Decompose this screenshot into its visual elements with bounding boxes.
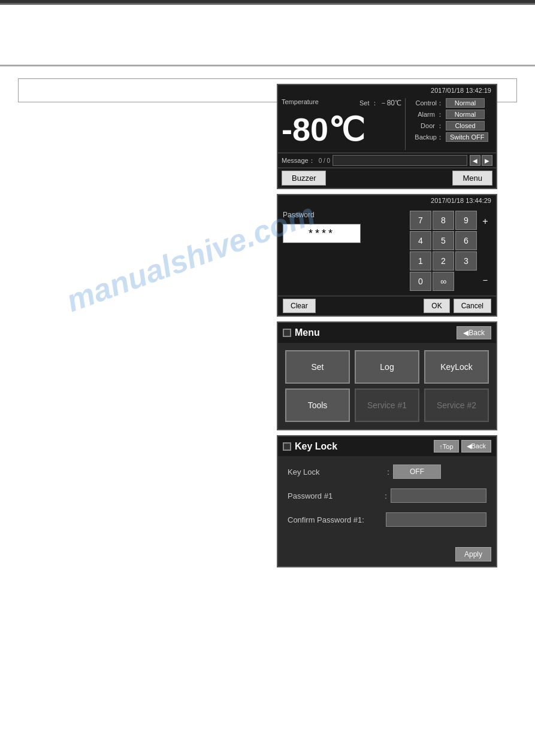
keylock-icon [283,442,291,451]
confirm-label: Confirm Password #1: [288,515,383,524]
set-button[interactable]: Set [285,350,350,384]
keylock-panel: Key Lock ↑Top ◀Back Key Lock : Password … [277,435,497,567]
keylock-bottom: Apply [278,545,496,566]
password-input[interactable] [283,224,361,243]
control-value: Normal [446,98,485,108]
clear-button[interactable]: Clear [283,299,316,313]
backup-value: Switch OFF [446,132,488,142]
temp-bottom-bar: Buzzer Menu [278,168,496,188]
num-inf-button[interactable]: ∞ [433,272,454,291]
menu-title-text: Menu [295,327,320,338]
num-9-button[interactable]: 9 [455,211,477,230]
message-prev-button[interactable]: ◀ [470,155,480,166]
backup-status-row: Backup： Switch OFF [410,132,492,142]
tools-button[interactable]: Tools [285,388,350,422]
message-row: Message： 0 / 0 ◀ ▶ [278,153,496,168]
alarm-value: Normal [446,110,485,119]
menu-grid: Set Log KeyLock Tools Service #1 Service… [278,343,496,429]
password-title: Password [283,211,405,219]
ok-button[interactable]: OK [424,299,449,313]
numpad: 7 8 9 4 5 6 1 2 3 0 ∞ [410,211,477,291]
log-button[interactable]: Log [355,350,419,384]
alarm-label: Alarm ： [410,110,443,119]
password1-input[interactable] [391,488,486,503]
keylock-nav: ↑Top ◀Back [434,440,491,453]
num-3-button[interactable]: 3 [455,251,477,271]
num-6-button[interactable]: 6 [455,231,477,250]
service2-button: Service #2 [424,388,489,422]
keylock-value-input[interactable] [393,464,441,479]
password1-colon: : [381,491,391,500]
menu-panel: Menu ◀Back Set Log KeyLock Tools Service… [277,321,497,430]
message-label: Message： [282,156,315,165]
second-border [0,65,535,66]
confirm-row: Confirm Password #1: [288,512,486,527]
menu-back-button[interactable]: ◀Back [457,326,491,339]
top-border [0,0,535,5]
minus-button[interactable]: － [479,271,491,290]
num-4-button[interactable]: 4 [410,231,431,250]
keylock-button[interactable]: KeyLock [424,350,489,384]
password-datetime: 2017/01/18 13:44:29 [278,195,496,206]
password-right: 7 8 9 4 5 6 1 2 3 0 ∞ + － [410,211,491,291]
menu-header: Menu ◀Back [278,323,496,343]
door-status-row: Door ： Closed [410,121,492,130]
confirm-input[interactable] [386,512,486,527]
header-area [0,5,535,41]
password-left: Password [283,211,405,291]
num-7-button[interactable]: 7 [410,211,431,230]
keylock-colon: : [383,467,393,476]
top-button[interactable]: ↑Top [434,440,458,453]
message-next-button[interactable]: ▶ [482,155,492,166]
password1-row: Password #1 : [288,488,486,503]
menu-title: Menu [283,327,320,338]
temperature-panel: 2017/01/18 13:42:19 Temperature Set ： －8… [277,84,497,189]
keylock-row: Key Lock : [288,464,486,479]
num-2-button[interactable]: 2 [433,251,454,271]
temperature-display: -80℃ [282,113,401,145]
message-count: 0 / 0 [319,157,330,164]
num-side: + － [479,211,491,291]
backup-label: Backup： [410,133,443,142]
keylock-header: Key Lock ↑Top ◀Back [278,436,496,456]
menu-button[interactable]: Menu [452,171,492,186]
apply-button[interactable]: Apply [455,547,491,561]
control-label: Control： [410,99,443,108]
temp-right: Control： Normal Alarm ： Normal Door ： Cl… [406,98,492,150]
keylock-title-text: Key Lock [295,441,337,452]
cancel-button[interactable]: Cancel [454,299,491,313]
num-0-button[interactable]: 0 [410,272,431,291]
num-5-button[interactable]: 5 [433,231,454,250]
num-1-button[interactable]: 1 [410,251,431,271]
right-panels: 2017/01/18 13:42:19 Temperature Set ： －8… [277,84,497,567]
door-value: Closed [446,121,485,130]
num-8-button[interactable]: 8 [433,211,454,230]
control-status-row: Control： Normal [410,98,492,108]
temperature-label: Temperature [282,98,319,108]
keylock-body: Key Lock : Password #1 : Confirm Passwor… [278,456,496,545]
set-label: Set ： －80℃ [359,98,401,108]
keylock-field-label: Key Lock [288,467,383,476]
message-input[interactable] [333,155,467,166]
temp-datetime: 2017/01/18 13:42:19 [278,85,496,96]
service1-button: Service #1 [355,388,419,422]
password1-label: Password #1 [288,491,381,500]
temp-left: Temperature Set ： －80℃ -80℃ [282,98,406,150]
password-panel: 2017/01/18 13:44:29 Password 7 8 9 4 5 6… [277,194,497,317]
alarm-status-row: Alarm ： Normal [410,110,492,119]
door-label: Door ： [410,122,443,130]
menu-icon [283,329,291,337]
plus-button[interactable]: + [479,212,491,231]
buzzer-button[interactable]: Buzzer [282,171,326,186]
keylock-back-button[interactable]: ◀Back [461,440,491,453]
password-content: Password 7 8 9 4 5 6 1 2 3 0 ∞ [278,206,496,296]
keylock-title: Key Lock [283,441,337,452]
message-nav: ◀ ▶ [470,155,492,166]
password-bottom: Clear OK Cancel [278,296,496,315]
